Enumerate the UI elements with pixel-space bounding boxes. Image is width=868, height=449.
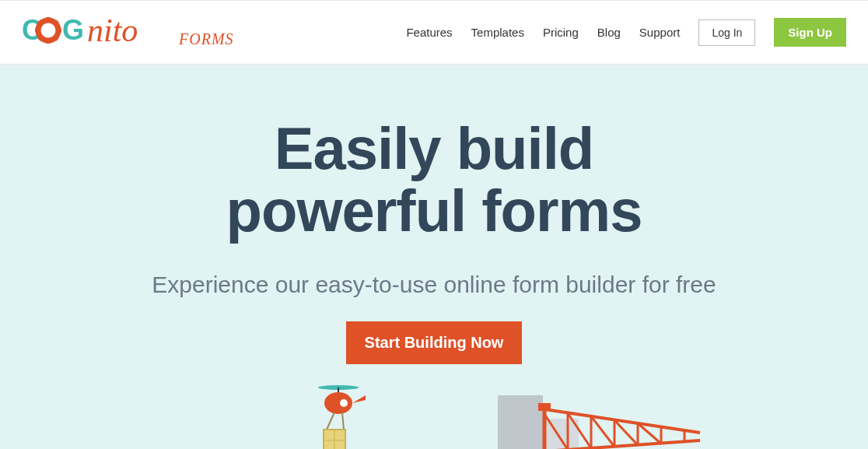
signup-button[interactable]: Sign Up (774, 18, 846, 47)
hero-illustration (0, 381, 868, 449)
logo-forms-text: FORMS (179, 30, 234, 48)
svg-line-9 (54, 21, 58, 24)
site-logo[interactable]: C G nito FORMS (22, 13, 234, 51)
svg-line-16 (327, 412, 334, 430)
svg-line-6 (39, 21, 42, 24)
cognito-logo-icon: C G nito (22, 13, 174, 47)
login-button[interactable]: Log In (698, 19, 755, 46)
site-header: C G nito FORMS Features Templates (0, 0, 868, 65)
svg-line-8 (39, 37, 42, 40)
hero-title: Easily build powerful forms (16, 118, 852, 242)
svg-line-17 (342, 412, 344, 430)
svg-point-15 (340, 399, 348, 407)
hero-subtitle: Experience our easy-to-use online form b… (16, 272, 852, 298)
hero-title-line1: Easily build (275, 115, 593, 181)
svg-point-14 (324, 392, 352, 414)
nav-templates[interactable]: Templates (471, 26, 524, 39)
nav-features[interactable]: Features (406, 26, 452, 39)
hero-title-line2: powerful forms (226, 177, 642, 244)
svg-line-34 (591, 416, 614, 447)
svg-line-7 (54, 37, 58, 40)
nav-support[interactable]: Support (639, 26, 681, 39)
svg-rect-21 (498, 395, 543, 449)
start-building-button[interactable]: Start Building Now (346, 321, 523, 364)
svg-text:G: G (62, 14, 84, 46)
hero-section: Easily build powerful forms Experience o… (0, 65, 868, 449)
svg-text:nito: nito (87, 13, 138, 47)
helicopter-icon (318, 385, 366, 449)
main-nav: Features Templates Pricing Blog Support … (406, 18, 846, 47)
nav-blog[interactable]: Blog (597, 26, 621, 39)
nav-pricing[interactable]: Pricing (543, 26, 579, 39)
svg-rect-37 (538, 403, 551, 411)
